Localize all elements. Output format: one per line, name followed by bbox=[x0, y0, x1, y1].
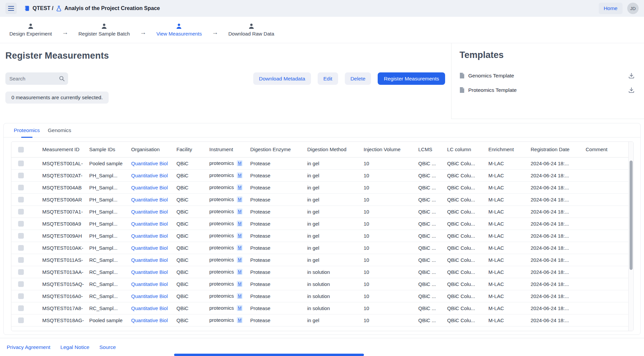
delete-button[interactable]: Delete bbox=[345, 72, 371, 85]
instrument-more-link[interactable]: M bbox=[237, 184, 243, 190]
edit-button[interactable]: Edit bbox=[318, 72, 338, 85]
row-checkbox[interactable] bbox=[18, 269, 24, 275]
download-metadata-button[interactable]: Download Metadata bbox=[253, 72, 311, 85]
cell-comment bbox=[585, 205, 629, 218]
register-measurements-button[interactable]: Register Measurements bbox=[378, 72, 445, 85]
cell-instrument: proteomicsM bbox=[209, 278, 250, 290]
step-download-raw-data[interactable]: Download Raw Data bbox=[224, 23, 278, 37]
instrument-more-link[interactable]: M bbox=[237, 172, 243, 178]
project-code[interactable]: QTEST / bbox=[33, 5, 53, 11]
step-design-experiment[interactable]: Design Experiment bbox=[5, 23, 56, 37]
table-row: MSQTEST011AS- RC_Sampl... Quantitative B… bbox=[11, 254, 629, 266]
cell-enrichment: M-LAC bbox=[488, 290, 530, 302]
step-view-measurements[interactable]: View Measurements bbox=[152, 23, 206, 37]
step-register-sample-batch[interactable]: Register Sample Batch bbox=[74, 23, 134, 37]
organisation-link[interactable]: Quantitative Biol bbox=[131, 209, 168, 215]
template-item-genomics: Genomics Template bbox=[460, 68, 635, 83]
organisation-link[interactable]: Quantitative Biol bbox=[131, 197, 168, 202]
cell-sample-ids: RC_Sampl... bbox=[89, 266, 130, 278]
row-checkbox[interactable] bbox=[18, 257, 24, 263]
privacy-agreement-link[interactable]: Privacy Agreement bbox=[7, 344, 50, 350]
cell-lc-column: QBiC Colu... bbox=[446, 278, 488, 290]
cell-facility: QBiC bbox=[176, 181, 209, 193]
instrument-more-link[interactable]: M bbox=[237, 221, 243, 227]
download-genomics-template-button[interactable] bbox=[628, 72, 635, 79]
cell-facility: QBiC bbox=[176, 266, 209, 278]
row-checkbox[interactable] bbox=[18, 209, 24, 215]
cell-sample-ids: PH_Sampl... bbox=[89, 205, 130, 218]
table-row: MSQTEST004AB PH_Sampl... Quantitative Bi… bbox=[11, 181, 629, 193]
cell-digestion-method: in gel bbox=[307, 181, 363, 193]
organisation-link[interactable]: Quantitative Biol bbox=[131, 173, 168, 178]
cell-registration-date: 2024-06-24 18:... bbox=[530, 314, 585, 326]
cell-lc-column: QBiC Colu... bbox=[446, 314, 488, 326]
cell-injection-volume: 10 bbox=[363, 314, 418, 326]
tab-genomics[interactable]: Genomics bbox=[48, 127, 71, 137]
vertical-scrollbar-thumb[interactable] bbox=[630, 161, 633, 270]
cell-injection-volume: 10 bbox=[363, 169, 418, 181]
row-checkbox[interactable] bbox=[18, 305, 24, 311]
instrument-more-link[interactable]: M bbox=[237, 196, 243, 202]
row-checkbox[interactable] bbox=[18, 281, 24, 287]
instrument-more-link[interactable]: M bbox=[237, 305, 243, 311]
cell-lcms: QBiC ... bbox=[418, 314, 446, 326]
row-checkbox[interactable] bbox=[18, 293, 24, 299]
instrument-more-link[interactable]: M bbox=[237, 281, 243, 287]
col-lcms: LCMS bbox=[418, 142, 446, 157]
cell-registration-date: 2024-06-24 18:... bbox=[530, 193, 585, 205]
instrument-more-link[interactable]: M bbox=[237, 293, 243, 299]
cell-comment bbox=[585, 278, 629, 290]
home-button[interactable]: Home bbox=[599, 3, 623, 14]
table-row: MSQTEST009AH PH_Sampl... Quantitative Bi… bbox=[11, 230, 629, 242]
tab-proteomics[interactable]: Proteomics bbox=[14, 127, 40, 137]
download-proteomics-template-button[interactable] bbox=[628, 86, 635, 94]
instrument-more-link[interactable]: M bbox=[237, 245, 243, 251]
cell-registration-date: 2024-06-24 18:... bbox=[530, 242, 585, 254]
cell-digestion-method: in gel bbox=[307, 242, 363, 254]
organisation-link[interactable]: Quantitative Biol bbox=[131, 293, 168, 299]
row-checkbox[interactable] bbox=[18, 245, 24, 251]
cell-injection-volume: 10 bbox=[363, 242, 418, 254]
row-checkbox[interactable] bbox=[18, 221, 24, 227]
row-checkbox[interactable] bbox=[18, 317, 24, 323]
cell-measurement-id: MSQTEST010AK- bbox=[42, 242, 89, 254]
organisation-link[interactable]: Quantitative Biol bbox=[131, 185, 168, 190]
organisation-link[interactable]: Quantitative Biol bbox=[131, 305, 168, 311]
instrument-more-link[interactable]: M bbox=[237, 317, 243, 323]
instrument-more-link[interactable]: M bbox=[237, 257, 243, 263]
avatar[interactable]: JD bbox=[627, 3, 639, 14]
organisation-link[interactable]: Quantitative Biol bbox=[131, 233, 168, 239]
search-input[interactable] bbox=[9, 76, 59, 81]
cell-injection-volume: 10 bbox=[363, 193, 418, 205]
row-checkbox[interactable] bbox=[18, 197, 24, 202]
menu-icon[interactable] bbox=[5, 3, 17, 14]
cell-enrichment: M-LAC bbox=[488, 278, 530, 290]
organisation-link[interactable]: Quantitative Biol bbox=[131, 245, 168, 251]
instrument-more-link[interactable]: M bbox=[237, 160, 243, 166]
tab-bar: Proteomics Genomics bbox=[4, 123, 640, 137]
cell-sample-ids: PH_Sampl... bbox=[89, 218, 130, 230]
select-all-checkbox[interactable] bbox=[18, 147, 24, 153]
file-icon bbox=[460, 87, 465, 93]
cell-digestion-enzyme: Protease bbox=[250, 302, 307, 314]
source-link[interactable]: Source bbox=[99, 344, 116, 350]
cell-digestion-method: in solution bbox=[307, 302, 363, 314]
row-checkbox[interactable] bbox=[18, 161, 24, 166]
organisation-link[interactable]: Quantitative Biol bbox=[131, 221, 168, 227]
cell-sample-ids: PH_Sampl... bbox=[89, 181, 130, 193]
organisation-link[interactable]: Quantitative Biol bbox=[131, 161, 168, 166]
cell-comment bbox=[585, 169, 629, 181]
horizontal-scrollbar-thumb[interactable] bbox=[174, 354, 364, 356]
row-checkbox[interactable] bbox=[18, 233, 24, 239]
instrument-more-link[interactable]: M bbox=[237, 209, 243, 215]
legal-notice-link[interactable]: Legal Notice bbox=[60, 344, 89, 350]
organisation-link[interactable]: Quantitative Biol bbox=[131, 281, 168, 287]
organisation-link[interactable]: Quantitative Biol bbox=[131, 317, 168, 323]
row-checkbox[interactable] bbox=[18, 173, 24, 178]
instrument-more-link[interactable]: M bbox=[237, 233, 243, 239]
instrument-more-link[interactable]: M bbox=[237, 269, 243, 275]
row-checkbox[interactable] bbox=[18, 185, 24, 190]
organisation-link[interactable]: Quantitative Biol bbox=[131, 257, 168, 263]
cell-injection-volume: 10 bbox=[363, 218, 418, 230]
organisation-link[interactable]: Quantitative Biol bbox=[131, 269, 168, 275]
